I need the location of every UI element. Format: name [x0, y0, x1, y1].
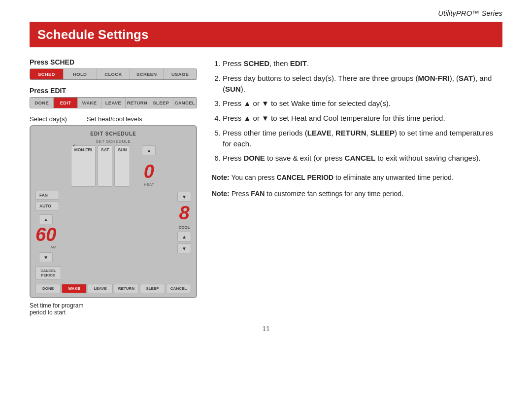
time-control: 60 AM	[35, 214, 61, 262]
cool-up-arrow[interactable]	[177, 232, 191, 241]
btn-leave[interactable]: LEAVE	[101, 98, 125, 108]
btn-edit[interactable]: EDIT	[54, 98, 77, 108]
day-btn-mon-fri[interactable]: MON-FRI	[71, 145, 96, 187]
set-heat-cool-annotation: Set heat/cool levels	[87, 115, 142, 123]
step-5: Press other time periods (LEAVE, RETURN,…	[223, 128, 502, 149]
panel-left-controls: FAN AUTO 60 AM CANCELPERIO	[35, 191, 61, 280]
day-btn-sun[interactable]: SUN	[114, 145, 130, 187]
edit-button-strip: DONE EDIT WAKE LEAVE RETURN SLEEP CANCEL	[30, 97, 197, 108]
annotations-row: Select day(s) Set heat/cool levels	[30, 115, 197, 123]
step-2: Press day buttons to select day(s). Ther…	[223, 73, 502, 95]
btn-sched[interactable]: SCHED	[30, 69, 64, 79]
btn-cancel[interactable]: CANCEL	[173, 98, 197, 108]
btn-usage[interactable]: USAGE	[164, 69, 197, 79]
temp-8-display: 8	[179, 204, 189, 222]
set-time-annotation: Set time for programperiod to start	[30, 302, 197, 316]
btn-hold[interactable]: HOLD	[64, 69, 97, 79]
press-sched-label: Press SCHED	[30, 58, 197, 66]
step-6: Press DONE to save & exit (or press CANC…	[223, 153, 502, 164]
am-label: AM	[50, 245, 56, 249]
steps-list: Press SCHED, then EDIT. Press day button…	[212, 58, 502, 164]
panel-body: FAN AUTO 60 AM CANCELPERIO	[35, 191, 191, 280]
note-1: Note: You can press CANCEL PERIOD to eli…	[212, 172, 502, 183]
cancel-period-btn[interactable]: CANCELPERIOD	[35, 266, 61, 280]
day-btn-sat[interactable]: SAT	[98, 145, 112, 187]
auto-btn[interactable]: AUTO	[35, 202, 59, 210]
heat-down-arrow[interactable]	[177, 192, 191, 202]
page: UtilityPRO™ Series Schedule Settings Pre…	[0, 0, 532, 411]
btn-wake[interactable]: WAKE	[78, 98, 101, 108]
bottom-btn-sleep[interactable]: SLEEP	[140, 284, 165, 293]
step-1: Press SCHED, then EDIT.	[223, 58, 502, 69]
sched-button-strip: SCHED HOLD CLOCK SCREEN USAGE	[30, 68, 197, 80]
page-title-bar: Schedule Settings	[30, 22, 502, 47]
header: UtilityPRO™ Series	[30, 0, 502, 22]
edit-schedule-panel: EDIT SCHEDULE SET SCHEDULE MON-FRI SAT S…	[30, 125, 197, 298]
panel-right-temps: 8 COOL	[177, 191, 191, 253]
content-area: Press SCHED SCHED HOLD CLOCK SCREEN USAG…	[30, 58, 502, 316]
bottom-button-strip: DONE WAKE LEAVE RETURN SLEEP CANCEL	[35, 284, 191, 293]
step-3: Press ▲ or ▼ to set Wake time for select…	[223, 98, 502, 109]
cool-down-arrow[interactable]	[177, 243, 191, 253]
cool-label: COOL	[178, 225, 190, 230]
time-up-arrow[interactable]	[39, 214, 53, 224]
bottom-btn-cancel[interactable]: CANCEL	[166, 284, 191, 293]
btn-screen[interactable]: SCREEN	[130, 69, 164, 79]
btn-return[interactable]: RETURN	[126, 98, 149, 108]
btn-clock[interactable]: CLOCK	[97, 69, 131, 79]
bottom-btn-leave[interactable]: LEAVE	[88, 284, 113, 293]
step-4: Press ▲ or ▼ to set Heat and Cool temper…	[223, 113, 502, 124]
header-title: UtilityPRO™ Series	[438, 9, 502, 17]
btn-sleep[interactable]: SLEEP	[149, 98, 173, 108]
heat-up-arrow[interactable]	[142, 145, 156, 155]
note-2: Note: Press FAN to customize fan setting…	[212, 189, 502, 199]
fan-btn[interactable]: FAN	[35, 191, 59, 200]
day-buttons: MON-FRI SAT SUN 0 HEAT	[35, 145, 191, 187]
edit-panel-title: EDIT SCHEDULE	[35, 131, 191, 137]
heat-label-top: HEAT	[144, 182, 154, 187]
time-display: 60	[35, 225, 56, 244]
bottom-btn-done[interactable]: DONE	[35, 284, 61, 293]
time-down-arrow[interactable]	[39, 252, 53, 262]
btn-done[interactable]: DONE	[30, 98, 54, 108]
set-schedule-label: SET SCHEDULE	[35, 139, 191, 144]
page-title: Schedule Settings	[37, 27, 495, 42]
bottom-btn-wake[interactable]: WAKE	[62, 284, 87, 293]
bottom-btn-return[interactable]: RETURN	[114, 284, 139, 293]
page-number: 11	[30, 325, 502, 333]
temp-zero-display: 0	[144, 161, 154, 182]
left-column: Press SCHED SCHED HOLD CLOCK SCREEN USAG…	[30, 58, 197, 316]
select-days-annotation: Select day(s)	[30, 115, 67, 123]
press-edit-label: Press EDIT	[30, 87, 197, 95]
right-column: Press SCHED, then EDIT. Press day button…	[212, 58, 502, 316]
